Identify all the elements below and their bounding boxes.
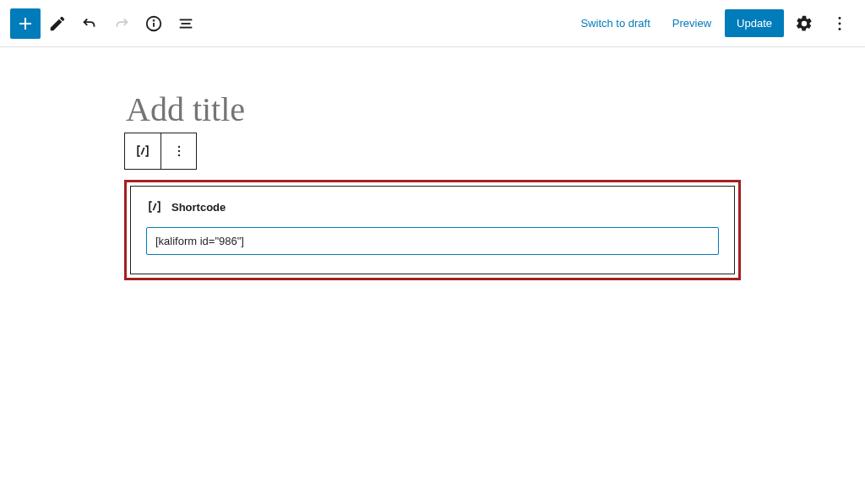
info-button[interactable]: [139, 8, 169, 39]
svg-point-8: [839, 17, 841, 19]
shortcode-input[interactable]: [146, 227, 719, 255]
shortcode-inner: Shortcode: [130, 186, 735, 274]
toolbar-left-group: [10, 8, 201, 39]
block-more-button[interactable]: [160, 133, 196, 169]
shortcode-block[interactable]: Shortcode: [124, 180, 741, 280]
kebab-icon: [830, 14, 849, 33]
tools-button[interactable]: [42, 8, 73, 39]
gear-icon: [795, 14, 813, 33]
outline-button[interactable]: [171, 8, 201, 39]
svg-point-4: [154, 19, 155, 20]
outline-icon: [177, 14, 195, 33]
kebab-icon: [171, 143, 188, 160]
preview-button[interactable]: Preview: [664, 10, 720, 36]
block-type-button[interactable]: [125, 133, 160, 169]
update-button[interactable]: Update: [725, 9, 784, 37]
svg-point-12: [177, 146, 179, 148]
redo-icon: [112, 14, 131, 33]
pencil-icon: [48, 14, 67, 33]
info-icon: [144, 14, 163, 33]
toolbar-right-group: Switch to draft Preview Update: [572, 8, 855, 39]
undo-button[interactable]: [74, 8, 105, 39]
svg-point-10: [839, 27, 841, 30]
block-toolbar: [124, 133, 197, 170]
shortcode-header: Shortcode: [146, 198, 719, 215]
post-title-input[interactable]: Add title: [124, 89, 741, 129]
redo-button[interactable]: [106, 8, 137, 39]
add-block-toggle[interactable]: [10, 8, 41, 39]
svg-line-15: [153, 203, 155, 210]
svg-point-9: [839, 22, 841, 24]
plus-icon: [15, 14, 35, 34]
switch-to-draft-button[interactable]: Switch to draft: [572, 10, 658, 36]
svg-point-13: [177, 150, 179, 152]
shortcode-icon: [146, 198, 163, 215]
svg-point-14: [177, 154, 179, 156]
svg-line-11: [141, 148, 144, 154]
editor-canvas: Add title Shortcode: [124, 47, 741, 280]
settings-button[interactable]: [789, 8, 819, 39]
shortcode-icon: [134, 143, 151, 160]
undo-icon: [80, 14, 99, 33]
editor-toolbar: Switch to draft Preview Update: [0, 0, 865, 47]
more-options-button[interactable]: [824, 8, 855, 39]
shortcode-label: Shortcode: [171, 201, 226, 214]
